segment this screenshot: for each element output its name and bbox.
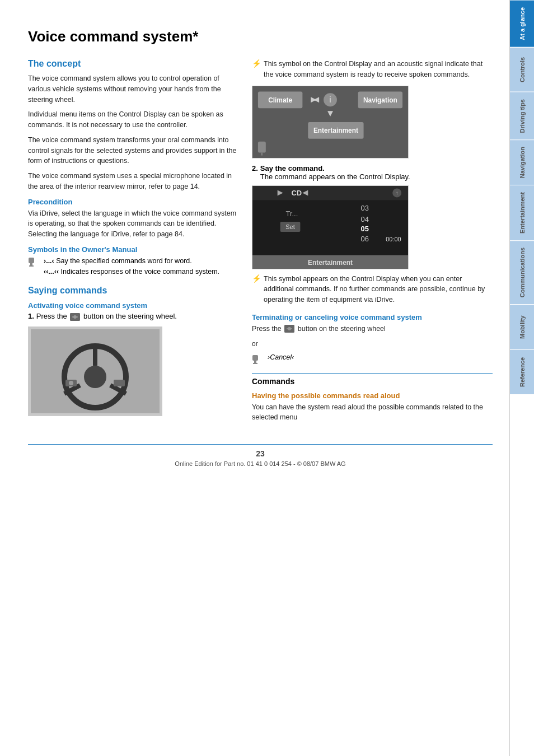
step-2-subtext: The command appears on the Control Displ…: [260, 172, 410, 181]
entertainment-svg: CD ↑ Tr... Set 03 04 05 0: [252, 185, 408, 269]
svg-point-4: [73, 315, 77, 319]
step-2-number: 2.: [252, 164, 258, 172]
svg-text:Tr...: Tr...: [286, 209, 298, 218]
having-commands-heading: Having the possible commands read aloud: [252, 391, 493, 400]
sidebar-tab-entertainment[interactable]: Entertainment: [510, 185, 534, 240]
steering-wheel-button-icon: [70, 313, 80, 321]
precondition-heading: Precondition: [28, 198, 241, 206]
main-content: Voice command system* The concept The vo…: [0, 0, 509, 756]
svg-text:↑: ↑: [396, 190, 399, 196]
left-column: The concept The voice command system all…: [28, 59, 241, 427]
svg-rect-1: [30, 263, 32, 265]
footer: 23 Online Edition for Part no. 01 41 0 0…: [28, 444, 493, 467]
commands-heading: Commands: [252, 373, 493, 386]
svg-text:00:00: 00:00: [386, 235, 401, 242]
svg-rect-2: [29, 265, 34, 267]
svg-text:04: 04: [361, 215, 369, 223]
svg-point-9: [84, 366, 106, 388]
symbol-right-text-2: This symbol appears on the Control Displ…: [264, 274, 493, 305]
concept-para-1: The voice command system allows you to c…: [28, 73, 241, 105]
svg-text:Set: Set: [285, 223, 294, 230]
concept-para-2: Individual menu items on the Control Dis…: [28, 109, 241, 130]
sidebar-tab-reference[interactable]: Reference: [510, 349, 534, 394]
sidebar-tab-communications[interactable]: Communications: [510, 240, 534, 304]
saying-commands-heading: Saying commands: [28, 286, 241, 296]
symbol-right-2: ⚡ This symbol appears on the Control Dis…: [252, 274, 493, 305]
step-2-content: Say the command. The command appears on …: [260, 164, 410, 181]
svg-rect-15: [114, 380, 125, 386]
cancel-text: ›Cancel‹: [268, 353, 294, 361]
terminating-text: Press the button on the steering wheel: [252, 324, 493, 334]
having-commands-text: You can have the system read aloud the p…: [252, 402, 493, 423]
step-1-row: 1. Press the: [28, 312, 241, 321]
terminating-section: Terminating or canceling voice command s…: [252, 313, 493, 365]
svg-text:06: 06: [361, 234, 369, 242]
page-title: Voice command system*: [28, 28, 493, 45]
symbol-right-text-1: This symbol on the Control Display and a…: [264, 59, 493, 80]
step-1-text: Press the button on the steerin: [36, 312, 177, 321]
svg-rect-31: [252, 185, 408, 200]
svg-text:05: 05: [361, 224, 369, 232]
svg-text:i: i: [329, 95, 331, 104]
concept-para-3: The voice command system transforms your…: [28, 135, 241, 166]
cancel-row: ›Cancel‹: [252, 353, 493, 365]
precondition-text: Via iDrive, select the language in which…: [28, 208, 241, 240]
sidebar-tab-navigation[interactable]: Navigation: [510, 139, 534, 185]
symbols-heading: Symbols in the Owner's Manual: [28, 245, 241, 254]
symbol-text-1: ›...‹ Say the specified commands word fo…: [44, 256, 241, 277]
control-display-menu-image: Climate i Navigation: [252, 86, 409, 158]
concept-para-4: The voice command system uses a special …: [28, 171, 241, 192]
cancel-microphone-icon: [252, 354, 265, 365]
lightning-icon-2: ⚡: [252, 274, 261, 283]
svg-text:Entertainment: Entertainment: [313, 126, 358, 134]
step-2-text: Say the command.: [260, 164, 325, 172]
sidebar-tab-mobility[interactable]: Mobility: [510, 305, 534, 349]
saying-commands-section: Saying commands Activating voice command…: [28, 286, 241, 416]
svg-text:Navigation: Navigation: [363, 96, 397, 104]
symbol-row-1: ›...‹ Say the specified commands word fo…: [28, 256, 241, 277]
svg-rect-52: [254, 361, 256, 363]
activating-heading: Activating voice command system: [28, 301, 241, 310]
entertainment-display-image: CD ↑ Tr... Set 03 04 05 0: [252, 185, 409, 269]
concept-section: The concept The voice command system all…: [28, 59, 241, 277]
commands-section: Commands Having the possible commands re…: [252, 373, 493, 423]
menu-display-svg: Climate i Navigation: [252, 86, 408, 158]
sidebar-tab-driving-tips[interactable]: Driving tips: [510, 92, 534, 140]
lightning-icon-1: ⚡: [252, 59, 261, 68]
terminating-or: or: [252, 339, 493, 349]
svg-rect-53: [253, 363, 257, 364]
right-column: ⚡ This symbol on the Control Display and…: [252, 59, 493, 427]
svg-rect-28: [258, 141, 266, 152]
sidebar: At a glance Controls Driving tips Naviga…: [509, 0, 534, 756]
microphone-icon: [28, 256, 41, 268]
sidebar-tab-controls[interactable]: Controls: [510, 47, 534, 92]
concept-heading: The concept: [28, 59, 241, 69]
svg-rect-0: [29, 258, 34, 263]
steering-wheel-svg: [31, 329, 160, 413]
svg-point-14: [69, 381, 73, 385]
svg-point-48: [288, 327, 291, 330]
svg-text:Climate: Climate: [268, 96, 292, 104]
symbol-right-1: ⚡ This symbol on the Control Display and…: [252, 59, 493, 80]
svg-rect-51: [252, 355, 258, 361]
steering-wheel-image: [28, 326, 162, 416]
step-1-number: 1.: [28, 312, 34, 320]
sidebar-tab-at-a-glance[interactable]: At a glance: [510, 0, 534, 47]
terminating-heading: Terminating or canceling voice command s…: [252, 313, 493, 321]
footer-text: Online Edition for Part no. 01 41 0 014 …: [28, 460, 493, 467]
terminating-button-icon: [284, 325, 294, 333]
page-number: 23: [28, 449, 493, 458]
svg-text:03: 03: [361, 204, 369, 212]
svg-text:Entertainment: Entertainment: [308, 258, 353, 266]
svg-text:CD: CD: [292, 189, 302, 197]
step-2-row: 2. Say the command. The command appears …: [252, 164, 493, 181]
